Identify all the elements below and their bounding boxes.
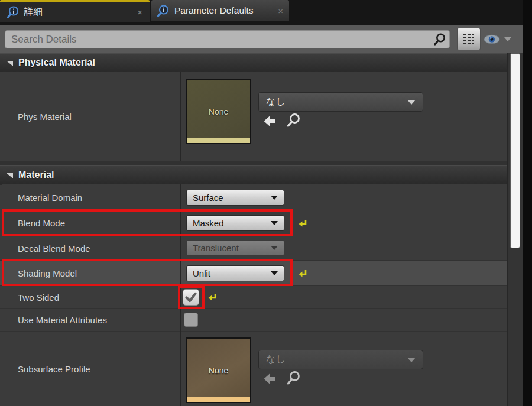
property-matrix-button[interactable] (457, 28, 481, 50)
decal-blend-mode-label: Decal Blend Mode (18, 243, 90, 254)
phys-material-asset-dropdown[interactable]: なし (258, 92, 423, 112)
two-sided-label: Two Sided (18, 293, 59, 303)
subsurface-profile-thumbnail[interactable]: None (186, 337, 251, 403)
reset-arrow-icon (207, 292, 218, 301)
magnifier-icon (285, 370, 301, 386)
material-domain-value: Surface (193, 193, 223, 203)
search-icon (432, 33, 446, 47)
use-material-attributes-label: Use Material Attributes (18, 315, 107, 325)
tab-details-label: 詳細 (24, 6, 43, 18)
use-selected-asset-button[interactable] (262, 115, 278, 128)
reset-arrow-icon (298, 218, 308, 228)
expand-arrow-icon (6, 59, 14, 67)
section-title: Material (18, 170, 54, 180)
chevron-down-icon (271, 271, 278, 275)
details-info-magnifier-icon (156, 4, 170, 18)
section-header-material[interactable]: Material (0, 165, 507, 184)
column-divider (180, 72, 181, 161)
tab-parameter-defaults-label: Parameter Defaults (174, 5, 254, 16)
window-right-edge (523, 0, 532, 406)
browse-asset-button[interactable] (285, 370, 301, 386)
thumbnail-color-bar (187, 138, 250, 143)
details-body: Physical Material Phys Material None なし (0, 53, 507, 406)
material-domain-label: Material Domain (18, 193, 82, 203)
use-selected-asset-button-disabled (262, 372, 278, 385)
subsurface-profile-label: Subsurface Profile (18, 364, 90, 374)
blend-mode-dropdown[interactable]: Masked (186, 215, 284, 231)
two-sided-checkbox[interactable] (183, 289, 199, 306)
chevron-down-icon (271, 246, 278, 250)
tab-parameter-defaults[interactable]: Parameter Defaults × (151, 0, 289, 21)
shading-model-label: Shading Model (18, 268, 77, 278)
chevron-down-icon (407, 358, 416, 362)
reset-arrow-icon (298, 268, 308, 278)
asset-dropdown-value: なし (266, 353, 286, 366)
subsurface-profile-asset-dropdown: なし (258, 350, 423, 369)
use-material-attributes-checkbox[interactable] (184, 313, 198, 327)
phys-material-thumbnail[interactable]: None (186, 79, 251, 144)
column-divider (180, 184, 181, 406)
shading-model-value: Unlit (193, 268, 210, 278)
grid-icon (462, 32, 475, 46)
thumbnail-none-text: None (209, 366, 228, 375)
scrollbar-track[interactable] (507, 53, 523, 406)
checkmark-icon (183, 290, 199, 305)
tab-bar: 詳細 × Parameter Defaults × (0, 0, 532, 25)
shading-model-dropdown[interactable]: Unlit (186, 265, 284, 281)
details-panel-window: 詳細 × Parameter Defaults × (0, 0, 532, 406)
phys-material-label: Phys Material (18, 112, 72, 122)
expand-arrow-icon (6, 171, 14, 179)
section-header-physical-material[interactable]: Physical Material (0, 53, 507, 72)
details-toolbar (0, 25, 523, 53)
search-field-wrap (5, 30, 450, 48)
blend-mode-value: Masked (193, 218, 224, 228)
thumbnail-none-text: None (209, 107, 228, 116)
thumbnail-color-bar (187, 397, 250, 402)
chevron-down-icon (504, 37, 511, 41)
browse-asset-button[interactable] (285, 112, 301, 129)
chevron-down-icon (271, 196, 278, 200)
row-two-sided: Two Sided (0, 286, 507, 309)
blend-mode-label: Blend Mode (18, 218, 65, 228)
scrollbar-thumb[interactable] (510, 53, 520, 248)
section-gap (0, 161, 507, 165)
tab-details[interactable]: 詳細 × (0, 0, 150, 22)
section-title: Physical Material (18, 57, 95, 68)
chevron-down-icon (407, 100, 416, 105)
material-domain-dropdown[interactable]: Surface (186, 190, 284, 206)
row-phys-material: Phys Material (0, 72, 507, 161)
magnifier-icon (285, 112, 301, 129)
tab-parameter-defaults-close-icon[interactable]: × (277, 5, 284, 17)
eye-icon (483, 34, 501, 45)
arrow-left-icon (262, 115, 278, 128)
tab-details-close-icon[interactable]: × (136, 7, 144, 18)
shading-model-reset-button[interactable] (298, 268, 308, 280)
decal-blend-mode-value: Translucent (193, 243, 239, 253)
row-use-material-attributes: Use Material Attributes (0, 309, 507, 332)
arrow-left-icon (262, 372, 278, 385)
chevron-down-icon (271, 221, 278, 225)
details-info-magnifier-icon (6, 5, 20, 19)
search-input[interactable] (5, 30, 450, 48)
decal-blend-mode-dropdown: Translucent (186, 240, 284, 256)
asset-dropdown-value: なし (266, 96, 286, 108)
view-options-button[interactable] (483, 34, 511, 45)
row-subsurface-profile: Subsurface Profile (0, 332, 507, 406)
blend-mode-reset-button[interactable] (298, 218, 308, 230)
two-sided-reset-button[interactable] (207, 292, 218, 304)
